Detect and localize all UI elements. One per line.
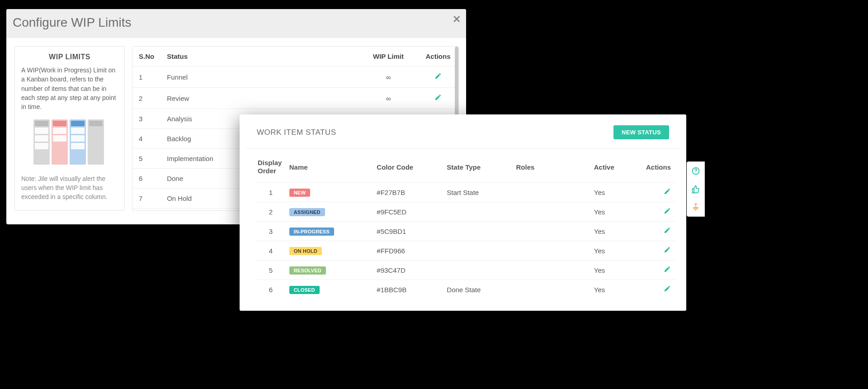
side-toolbar — [687, 162, 704, 216]
table-row: 1Funnel∞ — [132, 66, 458, 88]
cell-sno: 4 — [132, 129, 160, 149]
wip-card-heading: WIP LIMITS — [21, 53, 118, 61]
cell-color: #9FC5ED — [374, 202, 444, 222]
cell-sno: 6 — [132, 169, 160, 189]
cell-state — [444, 241, 513, 261]
edit-icon[interactable] — [664, 266, 671, 275]
cell-limit: ∞ — [359, 88, 418, 109]
edit-icon[interactable] — [664, 285, 671, 294]
table-row: 6CLOSED#1BBC9BDone StateYes — [255, 280, 675, 299]
work-item-status-panel: WORK ITEM STATUS NEW STATUS DisplayOrder… — [240, 114, 686, 311]
cell-state: Done State — [444, 280, 513, 299]
cell-actions — [635, 280, 675, 299]
cell-order: 3 — [255, 222, 287, 241]
cell-state — [444, 202, 513, 222]
scrollbar-thumb[interactable] — [455, 47, 458, 123]
col-state: State Type — [444, 155, 513, 183]
cell-roles — [514, 222, 591, 241]
edit-icon[interactable] — [664, 188, 671, 197]
col-roles: Roles — [514, 155, 591, 183]
cell-color: #5C9BD1 — [374, 222, 444, 241]
cell-active: Yes — [591, 222, 635, 241]
status-badge: ON HOLD — [289, 247, 322, 255]
col-color: Color Code — [374, 155, 444, 183]
cell-name: NEW — [287, 183, 374, 202]
col-limit: WIP Limit — [359, 47, 418, 66]
cell-color: #93C47D — [374, 261, 444, 280]
cell-name: ASSIGNED — [287, 202, 374, 222]
cell-roles — [514, 202, 591, 222]
table-row: 5RESOLVED#93C47DYes — [255, 261, 675, 280]
status-badge: NEW — [289, 189, 310, 197]
cell-name: ON HOLD — [287, 241, 374, 261]
cell-status: Funnel — [160, 66, 359, 88]
cell-sno: 5 — [132, 149, 160, 169]
thumbs-up-icon[interactable] — [687, 180, 704, 198]
cell-roles — [514, 183, 591, 202]
cell-active: Yes — [591, 261, 635, 280]
wip-info-card: WIP LIMITS A WIP(Work in Progress) Limit… — [14, 46, 125, 211]
col-actions: Actions — [418, 47, 458, 66]
table-row: 4ON HOLD#FFD966Yes — [255, 241, 675, 261]
status-badge: ASSIGNED — [289, 208, 325, 216]
wip-card-note: Note: Jile will visually alert the users… — [21, 175, 118, 201]
col-sno: S.No — [132, 47, 160, 66]
cell-state: Start State — [444, 183, 513, 202]
cell-roles — [514, 261, 591, 280]
table-row: 2Review∞ — [132, 88, 458, 109]
close-icon[interactable]: ✕ — [453, 14, 461, 25]
cell-sno: 1 — [132, 66, 160, 88]
cell-actions — [635, 261, 675, 280]
pin-icon[interactable] — [687, 198, 704, 216]
col-name: Name — [287, 155, 374, 183]
wip-modal-title: Configure WIP Limits — [13, 15, 131, 29]
cell-actions — [418, 88, 458, 109]
table-row: 2ASSIGNED#9FC5EDYes — [255, 202, 675, 222]
col-actions2: Actions — [635, 155, 675, 183]
cell-status: Review — [160, 88, 359, 109]
table-row: 3IN-PROGRESS#5C9BD1Yes — [255, 222, 675, 241]
cell-name: RESOLVED — [287, 261, 374, 280]
cell-roles — [514, 241, 591, 261]
status-badge: IN-PROGRESS — [289, 228, 334, 236]
edit-icon[interactable] — [664, 207, 671, 216]
cell-actions — [635, 202, 675, 222]
new-status-button[interactable]: NEW STATUS — [613, 125, 669, 139]
status-badge: RESOLVED — [289, 266, 326, 275]
cell-color: #F27B7B — [374, 183, 444, 202]
cell-state — [444, 222, 513, 241]
cell-sno: 2 — [132, 88, 160, 109]
cell-name: CLOSED — [287, 280, 374, 299]
edit-icon[interactable] — [434, 94, 442, 103]
edit-icon[interactable] — [664, 246, 671, 255]
cell-active: Yes — [591, 202, 635, 222]
wip-modal-header: Configure WIP Limits ✕ — [6, 9, 466, 38]
edit-icon[interactable] — [434, 72, 442, 81]
cell-color: #1BBC9B — [374, 280, 444, 299]
table-row: 1NEW#F27B7BStart StateYes — [255, 183, 675, 202]
cell-actions — [635, 183, 675, 202]
cell-order: 6 — [255, 280, 287, 299]
status-panel-title: WORK ITEM STATUS — [257, 128, 336, 137]
cell-order: 5 — [255, 261, 287, 280]
edit-icon[interactable] — [664, 227, 671, 236]
svg-point-1 — [695, 173, 696, 173]
col-order: DisplayOrder — [255, 155, 287, 183]
cell-active: Yes — [591, 241, 635, 261]
cell-color: #FFD966 — [374, 241, 444, 261]
kanban-illustration — [33, 119, 106, 165]
status-badge: CLOSED — [289, 286, 320, 294]
cell-sno: 3 — [132, 109, 160, 129]
cell-active: Yes — [591, 280, 635, 299]
help-icon[interactable] — [687, 162, 704, 180]
cell-actions — [418, 66, 458, 88]
cell-order: 4 — [255, 241, 287, 261]
cell-actions — [635, 222, 675, 241]
col-active: Active — [591, 155, 635, 183]
cell-sno: 7 — [132, 189, 160, 209]
cell-name: IN-PROGRESS — [287, 222, 374, 241]
cell-order: 1 — [255, 183, 287, 202]
col-status: Status — [160, 47, 359, 66]
cell-state — [444, 261, 513, 280]
work-item-status-table: DisplayOrder Name Color Code State Type … — [255, 155, 675, 299]
